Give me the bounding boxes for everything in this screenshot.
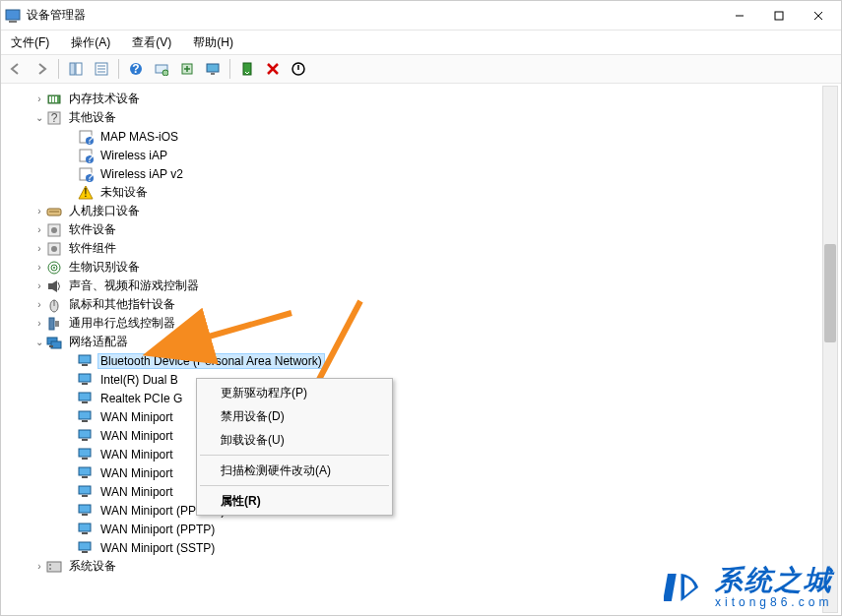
tree-node[interactable]: ›软件组件 <box>3 239 821 258</box>
svg-text:?: ? <box>87 151 94 163</box>
tree-node[interactable]: WAN Miniport (SSTP) <box>3 538 821 557</box>
tree-node-label: MAP MAS-iOS <box>97 129 181 145</box>
cm-scan-hardware[interactable]: 扫描检测硬件改动(A) <box>199 459 390 482</box>
tree-node-label: WAN Miniport <box>97 428 176 444</box>
cm-uninstall-device[interactable]: 卸载设备(U) <box>199 428 390 452</box>
expand-icon[interactable]: › <box>32 299 46 310</box>
nav-forward-button[interactable] <box>31 58 52 80</box>
svg-rect-51 <box>49 318 54 330</box>
svg-point-43 <box>51 246 57 252</box>
expand-icon[interactable]: › <box>32 262 46 273</box>
tree-node[interactable]: ›通用串行总线控制器 <box>3 314 821 333</box>
svg-rect-71 <box>82 495 88 497</box>
vertical-scrollbar[interactable] <box>822 86 838 613</box>
software-icon <box>46 222 62 238</box>
svg-rect-74 <box>79 524 91 531</box>
svg-text:?: ? <box>87 169 94 182</box>
svg-rect-68 <box>79 467 91 475</box>
collapse-icon[interactable]: ⌄ <box>32 337 46 347</box>
uninstall-device-button[interactable] <box>262 58 284 80</box>
tree-node[interactable]: ?Wireless iAP <box>3 146 821 164</box>
minimize-button[interactable] <box>721 5 758 27</box>
tree-node[interactable]: Realtek PCIe G <box>3 389 821 407</box>
device-tree[interactable]: ›内存技术设备⌄?其他设备?MAP MAS-iOS?Wireless iAP?W… <box>3 86 821 613</box>
tree-node[interactable]: WAN Miniport (PPTP) <box>3 520 821 538</box>
toolbar: ? <box>1 54 841 84</box>
cm-update-driver[interactable]: 更新驱动程序(P) <box>199 381 390 404</box>
svg-rect-59 <box>82 383 88 385</box>
watermark-url: xitong86.com <box>715 596 833 609</box>
tree-node[interactable]: Intel(R) Dual B <box>3 370 821 389</box>
tree-node-label: 软件设备 <box>66 220 119 239</box>
svg-text:?: ? <box>51 111 58 125</box>
show-hide-tree-button[interactable] <box>65 58 87 80</box>
tree-node-label: 网络适配器 <box>66 333 131 351</box>
menu-file[interactable]: 文件(F) <box>7 32 53 53</box>
svg-rect-62 <box>79 411 91 419</box>
tree-node[interactable]: ›生物识别设备 <box>3 258 821 277</box>
svg-rect-58 <box>79 374 91 382</box>
tree-node[interactable]: ›内存技术设备 <box>3 90 821 108</box>
toolbar-separator <box>118 59 119 79</box>
expand-icon[interactable]: › <box>32 93 46 104</box>
expand-icon[interactable]: › <box>32 224 46 235</box>
tree-node[interactable]: WAN Miniport <box>3 482 821 501</box>
tree-node[interactable]: ›软件设备 <box>3 220 821 239</box>
svg-rect-55 <box>49 345 53 347</box>
tree-node-label: WAN Miniport <box>97 447 176 462</box>
tree-node[interactable]: ›人机接口设备 <box>3 202 821 220</box>
collapse-icon[interactable]: ⌄ <box>32 112 46 123</box>
tree-node[interactable]: ›鼠标和其他指针设备 <box>3 295 821 314</box>
tree-node[interactable]: WAN Miniport <box>3 426 821 445</box>
nav-back-button[interactable] <box>5 58 27 80</box>
properties-button[interactable] <box>91 58 112 80</box>
unknown-device-icon: ? <box>78 166 94 182</box>
svg-rect-70 <box>79 486 91 494</box>
close-button[interactable] <box>800 5 837 27</box>
maximize-button[interactable] <box>760 5 798 27</box>
disable-device-button[interactable] <box>288 58 309 80</box>
mouse-icon <box>46 297 62 313</box>
svg-rect-57 <box>82 364 88 366</box>
svg-rect-85 <box>664 574 677 601</box>
menu-view[interactable]: 查看(V) <box>128 32 175 53</box>
tree-node[interactable]: Bluetooth Device (Personal Area Network) <box>3 351 821 370</box>
svg-rect-67 <box>82 458 88 460</box>
svg-rect-52 <box>55 321 59 327</box>
help-button[interactable]: ? <box>125 58 147 80</box>
svg-rect-63 <box>82 420 88 422</box>
menubar: 文件(F) 操作(A) 查看(V) 帮助(H) <box>1 31 841 54</box>
expand-icon[interactable]: › <box>32 561 46 572</box>
usb-icon <box>46 316 62 332</box>
update-driver-button[interactable] <box>176 58 198 80</box>
tree-node[interactable]: WAN Miniport <box>3 463 821 482</box>
tree-node[interactable]: WAN Miniport <box>3 407 821 426</box>
tree-node-label: 内存技术设备 <box>66 90 143 108</box>
cm-properties[interactable]: 属性(R) <box>199 489 390 513</box>
enable-device-button[interactable] <box>236 58 258 80</box>
scrollbar-thumb[interactable] <box>824 244 836 342</box>
tree-node[interactable]: ?MAP MAS-iOS <box>3 127 821 146</box>
network-adapter-icon <box>78 465 94 481</box>
menu-action[interactable]: 操作(A) <box>67 32 114 53</box>
cm-disable-device[interactable]: 禁用设备(D) <box>199 404 390 428</box>
monitor-button[interactable] <box>202 58 224 80</box>
tree-node[interactable]: WAN Miniport (PPPOE) <box>3 501 821 520</box>
menu-help[interactable]: 帮助(H) <box>189 32 237 53</box>
tree-node[interactable]: ?Wireless iAP v2 <box>3 164 821 183</box>
expand-icon[interactable]: › <box>32 206 46 216</box>
scan-hardware-button[interactable] <box>151 58 172 80</box>
svg-rect-61 <box>82 401 88 403</box>
tree-node[interactable]: ⌄网络适配器 <box>3 333 821 351</box>
expand-icon[interactable]: › <box>32 318 46 329</box>
cm-separator <box>200 455 389 456</box>
tree-node[interactable]: ›声音、视频和游戏控制器 <box>3 277 821 295</box>
expand-icon[interactable]: › <box>32 280 46 291</box>
software-icon <box>46 241 62 257</box>
svg-rect-7 <box>76 63 82 75</box>
tree-node[interactable]: ⌄?其他设备 <box>3 108 821 127</box>
tree-node[interactable]: WAN Miniport <box>3 445 821 463</box>
watermark-logo-icon <box>664 567 705 608</box>
expand-icon[interactable]: › <box>32 243 46 254</box>
tree-node[interactable]: !未知设备 <box>3 183 821 202</box>
